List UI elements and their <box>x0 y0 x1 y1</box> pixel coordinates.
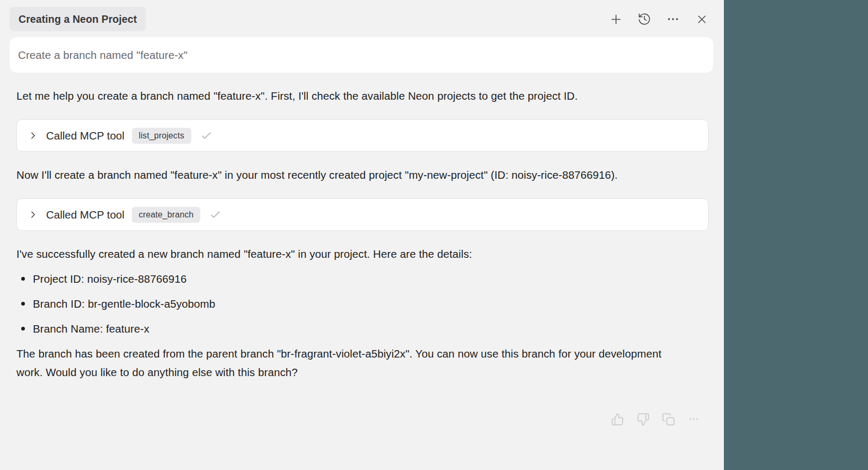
list-item: Branch Name: feature-x <box>16 319 708 338</box>
thumbs-down-button[interactable] <box>636 412 650 426</box>
thumbs-up-icon <box>611 413 624 426</box>
plus-icon <box>609 12 623 27</box>
chevron-right-icon <box>28 209 39 220</box>
thumbs-up-button[interactable] <box>610 412 624 426</box>
list-item: Project ID: noisy-rice-88766916 <box>16 269 708 288</box>
tool-name-badge: list_projects <box>132 128 191 144</box>
copy-icon <box>662 413 675 426</box>
copy-button[interactable] <box>661 412 675 426</box>
tool-call-card-list-projects[interactable]: Called MCP tool list_projects <box>16 119 708 152</box>
assistant-paragraph-success: I've successfully created a new branch n… <box>16 245 676 263</box>
assistant-paragraph-create: Now I'll create a branch named "feature-… <box>16 166 676 184</box>
list-item: Branch ID: br-gentle-block-a5yobomb <box>16 294 708 313</box>
chevron-right-icon <box>28 130 39 141</box>
thread-title[interactable]: Creating a Neon Project <box>10 7 146 31</box>
close-panel-button[interactable] <box>694 12 709 27</box>
branch-details-list: Project ID: noisy-rice-88766916 Branch I… <box>16 269 708 338</box>
new-thread-button[interactable] <box>608 12 623 27</box>
tool-name-badge: create_branch <box>132 207 201 223</box>
header-actions <box>608 12 709 27</box>
close-icon <box>695 13 708 26</box>
user-message-text: Create a branch named "feature-x" <box>18 49 188 62</box>
history-icon <box>637 12 651 26</box>
check-icon <box>209 208 222 221</box>
assistant-response: Let me help you create a branch named "f… <box>0 86 724 426</box>
tool-call-label: Called MCP tool <box>46 129 125 142</box>
check-icon <box>200 129 213 142</box>
ellipsis-icon <box>688 413 699 425</box>
more-options-button[interactable] <box>666 12 680 27</box>
user-message-card[interactable]: Create a branch named "feature-x" <box>10 37 713 73</box>
ellipsis-icon <box>666 12 680 26</box>
assistant-paragraph-closing: The branch has been created from the par… <box>16 344 676 381</box>
message-actions <box>16 412 701 426</box>
thumbs-down-icon <box>636 413 650 426</box>
panel-header: Creating a Neon Project <box>0 7 724 31</box>
assistant-paragraph-intro: Let me help you create a branch named "f… <box>16 86 676 105</box>
history-button[interactable] <box>637 12 652 27</box>
tool-call-card-create-branch[interactable]: Called MCP tool create_branch <box>16 198 708 231</box>
message-more-button[interactable] <box>687 412 701 426</box>
editor-background <box>724 0 868 470</box>
tool-call-label: Called MCP tool <box>46 208 125 221</box>
assistant-panel: Creating a Neon Project <box>0 0 724 470</box>
